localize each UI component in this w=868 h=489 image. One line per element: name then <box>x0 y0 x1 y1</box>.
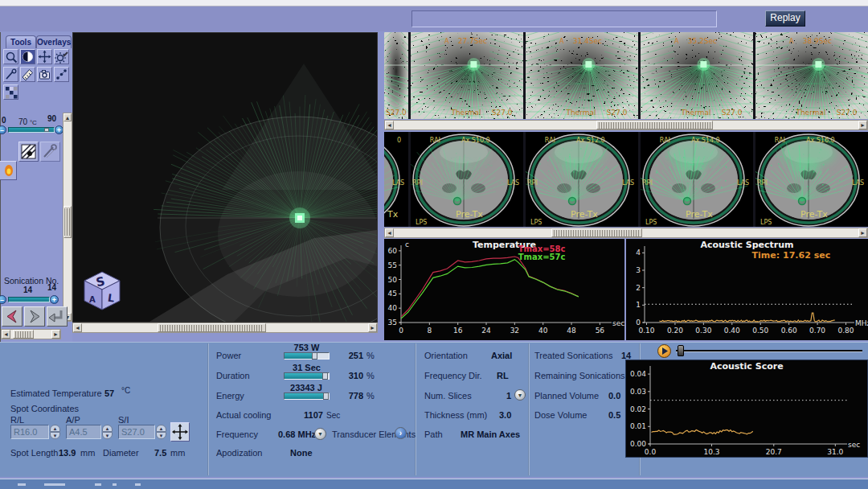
thermal-tile[interactable]: A31.4SecThermalS27.0 <box>526 32 638 119</box>
thermal-tile[interactable]: A35.2SecThermalS27.0 <box>641 32 753 119</box>
svg-text:LPS: LPS <box>760 219 772 226</box>
scroll-left-button[interactable]: ◄ <box>73 323 82 332</box>
probe-tool-button[interactable] <box>3 67 18 82</box>
scroll-thumb[interactable] <box>551 228 642 237</box>
ap-spinner[interactable]: ▲▼ <box>102 425 113 439</box>
points-tool-button[interactable] <box>54 67 69 82</box>
status-bar <box>0 479 868 489</box>
camera-tool-button[interactable] <box>37 67 52 82</box>
hatch-overlay-button[interactable] <box>18 142 39 162</box>
acoustic-spectrum-chart: Acoustic Spectrum0.100.200.300.400.500.6… <box>626 239 868 340</box>
temp-scale-slider[interactable] <box>8 127 55 133</box>
thickness-value: 3.0 <box>499 410 511 420</box>
zoom-icon <box>4 50 18 64</box>
3d-treatment-view[interactable]: SLA <box>72 32 378 323</box>
sonication-plus-button[interactable]: + <box>50 295 59 304</box>
orientation-value: Axial <box>491 351 512 360</box>
svg-text:Pre-Tx: Pre-Tx <box>686 209 713 220</box>
energy-slider[interactable] <box>284 392 330 400</box>
svg-text:Thermal: Thermal <box>450 109 481 117</box>
probe-overlay-button[interactable] <box>40 142 60 162</box>
scroll-thumb[interactable] <box>13 330 34 339</box>
num-slices-dropdown[interactable]: ▼ <box>514 389 526 401</box>
sidebar-vertical-scrollbar[interactable]: ▲ ▼ <box>63 113 72 322</box>
settings-tool-button[interactable] <box>54 49 69 64</box>
previous-sonication-button[interactable] <box>2 306 23 327</box>
rl-spinner[interactable]: ▲▼ <box>50 425 60 439</box>
zoom-tool-button[interactable] <box>3 49 18 64</box>
panel-divider <box>415 343 416 475</box>
pan-tool-button[interactable] <box>37 49 52 64</box>
thermal-image: A38.9SecThermalS27.0 <box>755 32 868 119</box>
svg-text:RAI: RAI <box>775 137 785 144</box>
mr-tile[interactable]: 0LASTx <box>384 132 408 227</box>
sonication-slider[interactable] <box>8 297 50 302</box>
return-button[interactable] <box>47 306 68 327</box>
svg-text:0.00: 0.00 <box>630 440 646 448</box>
duration-slider[interactable] <box>284 372 330 380</box>
next-sonication-button[interactable] <box>24 306 45 327</box>
sonication-minus-button[interactable]: – <box>0 295 6 304</box>
estimated-temperature-value: 57 <box>104 388 114 398</box>
scroll-left-button[interactable]: ◄ <box>385 228 394 237</box>
mr-tile[interactable]: RAIAx S16.0RPILASPre-TxLPS <box>755 132 868 227</box>
si-coordinate-input[interactable] <box>118 425 155 439</box>
temp-scale-min: 0 <box>2 116 6 125</box>
scroll-right-button[interactable]: ► <box>858 121 867 129</box>
tab-overlays[interactable]: Overlays <box>36 35 72 48</box>
frequency-value: 0.68 MHz <box>278 429 316 439</box>
power-slider[interactable] <box>284 352 330 360</box>
scroll-up-button[interactable]: ▲ <box>63 113 72 121</box>
thermal-tile[interactable]: A38.9SecThermalS27.0 <box>755 32 868 119</box>
scroll-thumb[interactable] <box>63 206 72 238</box>
scroll-thumb[interactable] <box>596 121 713 129</box>
scroll-thumb[interactable] <box>158 323 266 332</box>
thermal-strip-scrollbar[interactable]: ◄ ► <box>384 120 868 130</box>
duration-percent: 310 <box>341 371 363 380</box>
move-spot-button[interactable] <box>170 422 190 442</box>
thermal-tile[interactable]: S27.0 <box>384 32 408 119</box>
mr-strip-scrollbar[interactable]: ◄ ► <box>384 228 868 238</box>
ruler-tool-button[interactable] <box>20 67 35 82</box>
sidebar-horizontal-scrollbar[interactable]: ◄ ► <box>1 329 61 339</box>
replay-button[interactable]: Replay <box>765 10 805 27</box>
svg-text:0.60: 0.60 <box>781 327 797 335</box>
play-button[interactable] <box>657 344 671 358</box>
svg-text:0.01: 0.01 <box>630 422 646 430</box>
thermal-image-strip: S27.0A27.7SecThermalS27.0A31.4SecThermal… <box>384 32 868 119</box>
thermal-spot-button[interactable] <box>0 161 17 180</box>
grid-tool-button[interactable] <box>3 84 18 100</box>
3d-view-scrollbar[interactable]: ◄ ► <box>72 323 378 333</box>
playback-slider-thumb[interactable] <box>678 345 684 356</box>
actual-cooling-value: 1107 <box>304 410 323 420</box>
coord-axis-ap: A/P <box>66 415 80 425</box>
frequency-dropdown[interactable]: ▼ <box>314 428 326 440</box>
scroll-right-button[interactable]: ► <box>858 228 867 237</box>
scroll-right-button[interactable]: ► <box>51 330 60 339</box>
tab-tools[interactable]: Tools <box>6 35 36 48</box>
planned-volume-label: Planned Volume <box>534 391 599 401</box>
mr-tile[interactable]: RAIAx S10.0RPILASPre-TxLPS <box>411 132 523 227</box>
ap-coordinate-input[interactable] <box>66 425 101 439</box>
rl-coordinate-input[interactable] <box>10 425 49 439</box>
temp-scale-minus-button[interactable]: – <box>0 125 6 134</box>
status-mark <box>135 483 141 486</box>
contrast-tool-button[interactable] <box>20 49 35 64</box>
svg-text:MHz: MHz <box>855 319 868 327</box>
mr-tile[interactable]: RAIAx S12.0RPILASPre-TxLPS <box>526 132 638 227</box>
scroll-right-button[interactable]: ► <box>368 323 377 332</box>
thermal-tile[interactable]: A27.7SecThermalS27.0 <box>411 32 523 119</box>
treated-sonications-label: Treated Sonications <box>534 351 612 360</box>
svg-text:Acoustic Spectrum: Acoustic Spectrum <box>700 240 793 250</box>
mr-tile[interactable]: RAIAx S14.0RPILASPre-TxLPS <box>641 132 753 227</box>
scroll-left-button[interactable]: ◄ <box>385 121 394 129</box>
transducer-elements-button[interactable]: › <box>395 427 407 439</box>
svg-text:32: 32 <box>510 327 519 335</box>
svg-text:16: 16 <box>453 327 463 335</box>
svg-text:0.20: 0.20 <box>667 327 683 335</box>
si-spinner[interactable]: ▲▼ <box>156 425 166 439</box>
playback-slider-track[interactable] <box>676 350 862 352</box>
frequency-label: Frequency <box>216 429 258 439</box>
scroll-left-button[interactable]: ◄ <box>2 330 10 339</box>
svg-text:LPS: LPS <box>645 219 657 226</box>
